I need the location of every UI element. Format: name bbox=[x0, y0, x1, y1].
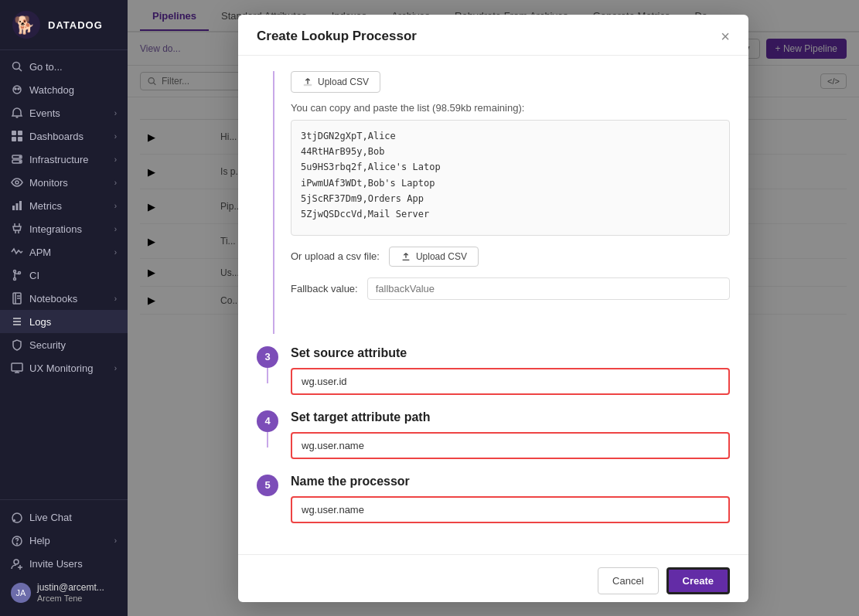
user-info: JA justin@arcemt... Arcem Tene bbox=[0, 576, 128, 610]
svg-rect-8 bbox=[18, 131, 22, 135]
sidebar-item-monitors[interactable]: Monitors › bbox=[0, 171, 128, 194]
paste-area[interactable]: 3tjDGN2gXpT,Alice44RtHArB95y,Bob5u9HS3rb… bbox=[291, 120, 730, 236]
cancel-button[interactable]: Cancel bbox=[598, 567, 658, 594]
processor-name-input[interactable] bbox=[291, 496, 730, 523]
sidebar-item-label: APM bbox=[29, 247, 51, 258]
upload-csv-button[interactable]: Upload CSV bbox=[389, 247, 479, 267]
svg-rect-41 bbox=[304, 83, 312, 86]
upload-csv-top-button[interactable]: Upload CSV bbox=[291, 71, 380, 93]
user-text: justin@arcemt... Arcem Tene bbox=[37, 582, 104, 604]
sidebar-item-invite-users[interactable]: Invite Users bbox=[0, 553, 128, 576]
step5-right: Name the processor bbox=[291, 475, 730, 523]
svg-point-20 bbox=[14, 278, 16, 281]
monitor-icon bbox=[11, 362, 23, 374]
fallback-input[interactable] bbox=[367, 277, 730, 300]
chevron-right-icon: › bbox=[114, 132, 117, 141]
svg-point-15 bbox=[15, 181, 19, 184]
sidebar-item-label: Infrastructure bbox=[29, 154, 89, 165]
svg-point-35 bbox=[17, 543, 18, 544]
sidebar-item-goto[interactable]: Go to... bbox=[0, 55, 128, 78]
fallback-label: Fallback value: bbox=[291, 283, 358, 294]
sidebar-item-label: Dashboards bbox=[29, 131, 84, 142]
step2-content: Upload CSV You can copy and paste the li… bbox=[291, 71, 730, 334]
modal-overlay: Create Lookup Processor × Upload CSV bbox=[128, 0, 859, 616]
upload-top-area: Upload CSV bbox=[291, 71, 730, 93]
step4-circle: 4 bbox=[257, 410, 278, 432]
sidebar-item-metrics[interactable]: Metrics › bbox=[0, 194, 128, 217]
sidebar-item-ux-monitoring[interactable]: UX Monitoring › bbox=[0, 356, 128, 379]
modal-header: Create Lookup Processor × bbox=[238, 15, 748, 56]
sidebar-item-label: Events bbox=[29, 107, 60, 119]
search-icon bbox=[11, 60, 23, 73]
upload-icon bbox=[401, 251, 411, 262]
create-button[interactable]: Create bbox=[666, 567, 730, 594]
sidebar-nav: Go to... Watchdog Events › Dashboards › … bbox=[0, 50, 128, 499]
svg-rect-30 bbox=[12, 363, 22, 371]
user-name: justin@arcemt... bbox=[37, 582, 104, 593]
sidebar-item-notebooks[interactable]: Notebooks › bbox=[0, 287, 128, 310]
dog-icon bbox=[11, 83, 23, 96]
sidebar-item-watchdog[interactable]: Watchdog bbox=[0, 78, 128, 101]
step4-line bbox=[267, 432, 268, 448]
sidebar-item-label: Go to... bbox=[29, 61, 63, 73]
datadog-logo-icon: 🐕 bbox=[11, 9, 42, 40]
step5-left: 5 bbox=[257, 475, 278, 496]
sidebar-bottom: Live Chat Help › Invite Users JA justin@… bbox=[0, 499, 128, 616]
sidebar-item-infrastructure[interactable]: Infrastructure › bbox=[0, 148, 128, 171]
svg-point-5 bbox=[15, 88, 16, 90]
shield-icon bbox=[11, 339, 23, 351]
source-attribute-input[interactable] bbox=[291, 368, 730, 395]
svg-text:🐕: 🐕 bbox=[14, 15, 36, 36]
user-subtitle: Arcem Tene bbox=[37, 593, 104, 604]
fallback-row: Fallback value: bbox=[291, 277, 730, 300]
sidebar-item-label: Invite Users bbox=[29, 558, 83, 570]
sidebar-item-label: Security bbox=[29, 339, 66, 351]
modal-footer: Cancel Create bbox=[238, 554, 748, 602]
sidebar-item-label: Monitors bbox=[29, 177, 68, 189]
chevron-right-icon: › bbox=[114, 248, 117, 257]
svg-point-13 bbox=[19, 156, 21, 158]
sidebar-item-live-chat[interactable]: Live Chat bbox=[0, 506, 128, 529]
upload-row: Or upload a csv file: Upload CSV bbox=[291, 247, 730, 267]
sidebar-item-apm[interactable]: APM › bbox=[0, 240, 128, 264]
chevron-right-icon: › bbox=[114, 364, 117, 373]
svg-point-19 bbox=[14, 271, 16, 273]
message-circle-icon bbox=[11, 512, 23, 524]
sidebar-item-label: Notebooks bbox=[29, 293, 77, 305]
sidebar: 🐕 DATADOG Go to... Watchdog Events › Das… bbox=[0, 0, 128, 616]
step3-right: Set source attribute bbox=[291, 346, 730, 395]
sidebar-item-logs[interactable]: Logs bbox=[0, 310, 128, 333]
logo-area: 🐕 DATADOG bbox=[0, 0, 128, 50]
chevron-right-icon: › bbox=[114, 179, 117, 187]
plug-icon bbox=[11, 223, 23, 235]
step3-line bbox=[267, 368, 268, 383]
modal-title: Create Lookup Processor bbox=[257, 29, 417, 44]
chevron-right-icon: › bbox=[114, 202, 117, 210]
user-plus-icon bbox=[11, 558, 23, 570]
sidebar-item-ci[interactable]: CI bbox=[0, 264, 128, 287]
chevron-right-icon: › bbox=[114, 155, 117, 164]
target-attribute-input[interactable] bbox=[291, 432, 730, 459]
chevron-right-icon: › bbox=[114, 536, 117, 545]
help-circle-icon bbox=[11, 535, 23, 547]
sidebar-item-help[interactable]: Help › bbox=[0, 529, 128, 553]
activity-icon bbox=[11, 246, 23, 258]
chevron-right-icon: › bbox=[114, 109, 117, 117]
modal-close-button[interactable]: × bbox=[721, 29, 730, 44]
sidebar-item-label: Live Chat bbox=[29, 512, 72, 523]
avatar: JA bbox=[11, 583, 31, 603]
server-icon bbox=[11, 153, 23, 165]
sidebar-item-security[interactable]: Security bbox=[0, 333, 128, 356]
sidebar-item-events[interactable]: Events › bbox=[0, 101, 128, 124]
main-content: Pipelines Standard Attributes Indexes Ar… bbox=[128, 0, 859, 616]
sidebar-item-label: UX Monitoring bbox=[29, 362, 93, 374]
svg-point-4 bbox=[13, 86, 21, 94]
svg-point-36 bbox=[14, 560, 19, 564]
sidebar-item-dashboards[interactable]: Dashboards › bbox=[0, 124, 128, 148]
sidebar-item-label: Watchdog bbox=[29, 84, 74, 96]
svg-rect-10 bbox=[18, 137, 22, 141]
step4-left: 4 bbox=[257, 410, 278, 448]
sidebar-item-integrations[interactable]: Integrations › bbox=[0, 217, 128, 240]
step5-circle: 5 bbox=[257, 475, 278, 496]
chevron-right-icon: › bbox=[114, 225, 117, 233]
